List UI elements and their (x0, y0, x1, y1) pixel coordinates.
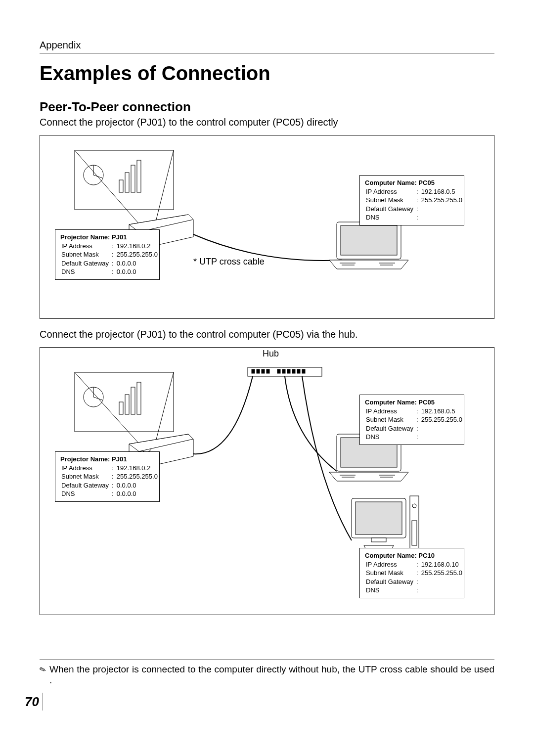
diagram-peer-to-peer: Projector Name: PJ01 IP Address:192.168.… (40, 135, 494, 319)
diagram-via-hub: Hub Projector Name: PJ01 IP Address:192.… (40, 347, 494, 615)
page-title: Examples of Connection (40, 62, 494, 85)
svg-rect-22 (277, 369, 280, 373)
svg-rect-6 (131, 165, 135, 192)
svg-rect-5 (125, 173, 129, 192)
svg-rect-21 (267, 369, 269, 373)
svg-rect-23 (282, 369, 285, 373)
svg-rect-27 (302, 369, 305, 373)
svg-rect-34 (131, 387, 135, 414)
computer-info-table: IP Address:192.168.0.5 Subnet Mask:255.2… (365, 187, 463, 222)
pencil-icon: ✎ (38, 664, 47, 675)
svg-rect-47 (371, 538, 386, 542)
description-1: Connect the projector (PJ01) to the cont… (40, 117, 494, 128)
pc05-name: Computer Name: PC05 (365, 398, 459, 407)
footnote: ✎ When the projector is connected to the… (49, 664, 494, 686)
projector-info-table: IP Address:192.168.0.2 Subnet Mask:255.2… (60, 242, 159, 276)
svg-rect-20 (262, 369, 265, 373)
svg-rect-46 (356, 502, 402, 534)
svg-rect-12 (341, 225, 397, 255)
projector-info-box-2: Projector Name: PJ01 IP Address:192.168.… (55, 451, 160, 502)
projector-name: Projector Name: PJ01 (60, 233, 154, 242)
svg-rect-19 (257, 369, 260, 373)
pc05-info-box: Computer Name: PC05 IP Address:192.168.0… (359, 395, 464, 445)
svg-rect-32 (119, 402, 123, 414)
svg-rect-25 (292, 369, 295, 373)
section-title: Peer-To-Peer connection (40, 99, 494, 115)
page-number: 70 (25, 693, 43, 711)
svg-rect-33 (125, 395, 129, 414)
footnote-rule (40, 660, 494, 660)
pc05-info-table: IP Address:192.168.0.5 Subnet Mask:255.2… (365, 407, 463, 442)
svg-line-31 (93, 397, 102, 400)
projector-info-box: Projector Name: PJ01 IP Address:192.168.… (55, 229, 160, 280)
svg-rect-4 (119, 180, 123, 192)
projector-name-2: Projector Name: PJ01 (60, 455, 154, 464)
svg-rect-7 (137, 160, 141, 192)
svg-rect-18 (252, 369, 255, 373)
computer-name: Computer Name: PC05 (365, 178, 459, 187)
projector-info-table-2: IP Address:192.168.0.2 Subnet Mask:255.2… (60, 464, 159, 498)
svg-rect-26 (297, 369, 300, 373)
hub-label: Hub (263, 349, 279, 359)
pc10-info-table: IP Address:192.168.0.10 Subnet Mask:255.… (365, 560, 463, 595)
svg-rect-28 (75, 372, 174, 432)
svg-rect-0 (75, 150, 174, 210)
svg-rect-24 (287, 369, 290, 373)
appendix-label: Appendix (40, 40, 81, 50)
cable-label: * UTP cross cable (193, 257, 265, 267)
pc10-info-box: Computer Name: PC10 IP Address:192.168.0… (359, 548, 464, 598)
pc10-name: Computer Name: PC10 (365, 551, 459, 560)
page-header: Appendix (40, 40, 494, 53)
svg-line-8 (75, 150, 144, 229)
svg-rect-35 (137, 382, 141, 414)
footnote-text: When the projector is connected to the c… (49, 664, 494, 685)
computer-info-box: Computer Name: PC05 IP Address:192.168.0… (359, 175, 464, 225)
description-2: Connect the projector (PJ01) to the cont… (40, 329, 494, 340)
svg-line-36 (75, 372, 144, 449)
